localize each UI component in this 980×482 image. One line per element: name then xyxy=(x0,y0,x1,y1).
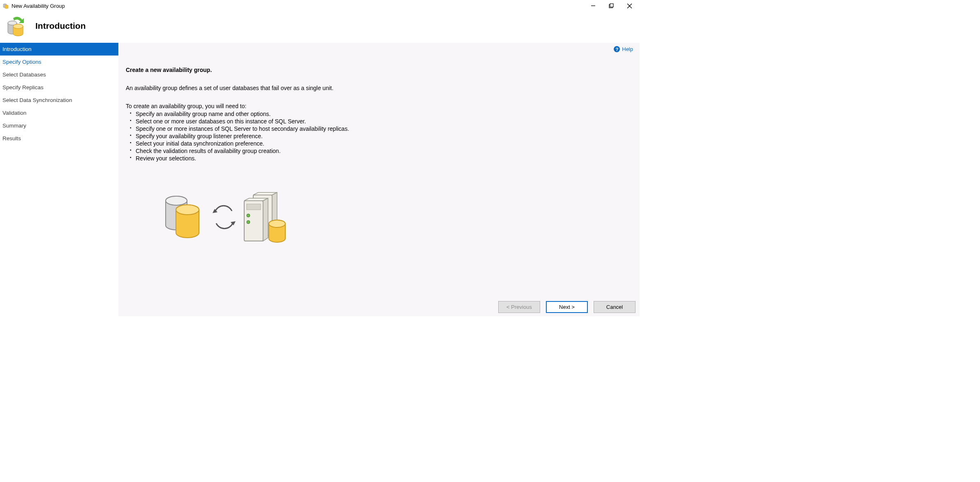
window-title: New Availability Group xyxy=(12,3,65,9)
step-item: Select one or more user databases on thi… xyxy=(136,118,632,125)
wizard-footer: < Previous Next > Cancel xyxy=(498,301,636,313)
content-illustration xyxy=(158,188,632,247)
step-item: Specify an availability group name and o… xyxy=(136,110,632,118)
svg-rect-8 xyxy=(610,4,613,7)
svg-point-16 xyxy=(166,196,187,205)
window-controls xyxy=(588,2,637,10)
wizard-header-icon xyxy=(6,15,28,37)
wizard-body: Introduction Specify Options Select Data… xyxy=(0,43,640,316)
help-icon: ? xyxy=(614,46,620,52)
minimize-button[interactable] xyxy=(588,2,599,10)
content-heading: Create a new availability group. xyxy=(126,67,632,73)
step-item: Review your selections. xyxy=(136,155,632,162)
svg-point-5 xyxy=(5,7,8,9)
next-button[interactable]: Next > xyxy=(546,301,588,313)
content-intro: An availability group defines a set of u… xyxy=(126,85,632,91)
cancel-button[interactable]: Cancel xyxy=(594,301,636,313)
nav-introduction[interactable]: Introduction xyxy=(0,43,118,56)
help-label: Help xyxy=(622,46,633,52)
nav-select-data-sync[interactable]: Select Data Synchronization xyxy=(0,94,118,107)
nav-results[interactable]: Results xyxy=(0,132,118,145)
wizard-header: Introduction xyxy=(0,12,640,43)
nav-summary[interactable]: Summary xyxy=(0,119,118,132)
nav-specify-replicas[interactable]: Specify Replicas xyxy=(0,81,118,94)
svg-point-31 xyxy=(269,220,285,227)
close-button[interactable] xyxy=(624,2,635,10)
app-icon xyxy=(2,2,9,9)
nav-specify-options[interactable]: Specify Options xyxy=(0,56,118,68)
step-item: Check the validation results of availabi… xyxy=(136,147,632,155)
nav-select-databases[interactable]: Select Databases xyxy=(0,68,118,81)
wizard-nav: Introduction Specify Options Select Data… xyxy=(0,43,118,316)
page-title: Introduction xyxy=(35,21,86,31)
titlebar: New Availability Group xyxy=(0,0,640,12)
step-item: Select your initial data synchronization… xyxy=(136,140,632,147)
previous-button: < Previous xyxy=(498,301,540,313)
content-steps: Specify an availability group name and o… xyxy=(126,110,632,162)
content-lead: To create an availability group, you wil… xyxy=(126,103,632,109)
wizard-content: ? Help Create a new availability group. … xyxy=(118,43,640,316)
titlebar-left: New Availability Group xyxy=(2,2,65,9)
svg-rect-29 xyxy=(247,204,261,210)
step-item: Specify your availability group listener… xyxy=(136,132,632,140)
maximize-button[interactable] xyxy=(606,2,617,10)
svg-point-27 xyxy=(247,214,250,217)
svg-point-28 xyxy=(247,220,250,224)
svg-point-14 xyxy=(13,24,23,29)
nav-validation[interactable]: Validation xyxy=(0,107,118,119)
svg-point-18 xyxy=(176,205,199,215)
svg-marker-26 xyxy=(263,198,268,241)
help-link[interactable]: ? Help xyxy=(614,46,633,52)
step-item: Specify one or more instances of SQL Ser… xyxy=(136,125,632,132)
